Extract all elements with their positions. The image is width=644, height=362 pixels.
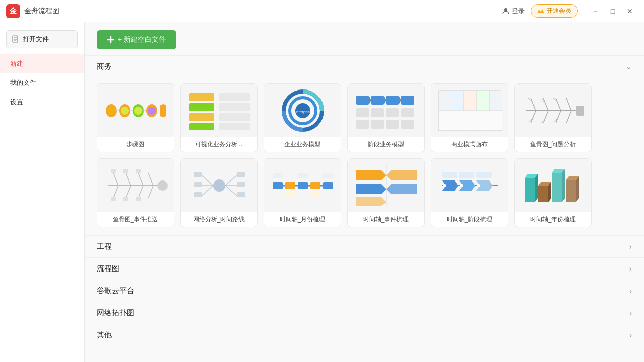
category-other-arrow: › [629,331,632,340]
template-yugu1[interactable]: 鱼骨图_问题分析 [514,83,592,152]
template-shijian2[interactable]: 时间轴_事件梳理 [347,158,425,227]
category-flowchart-header[interactable]: 流程图 › [85,257,644,280]
svg-rect-102 [285,182,295,189]
category-network-topo-header[interactable]: 网络拓扑图 › [85,302,644,324]
template-thumb-keshihua [181,84,258,137]
template-thumb-shijian1 [264,159,341,212]
svg-rect-18 [219,93,250,101]
svg-point-72 [157,180,168,191]
svg-point-0 [504,8,507,11]
category-other-header[interactable]: 其他 › [85,324,644,346]
svg-rect-21 [219,123,250,130]
open-file-button[interactable]: 打开文件 [6,30,78,48]
svg-rect-132 [538,186,548,202]
svg-rect-129 [525,178,535,202]
category-business: 商务 ⌄ [85,55,644,235]
svg-line-64 [566,111,571,123]
template-thumb-yugu2 [97,159,174,212]
close-button[interactable]: ✕ [622,4,638,18]
svg-rect-39 [386,120,399,129]
category-engineering-header[interactable]: 工程 › [85,235,644,257]
file-icon [12,35,20,43]
svg-rect-107 [298,173,308,178]
template-name-keshihua: 可视化业务分析... [181,137,257,152]
category-google-cloud-header[interactable]: 谷歌云平台 › [85,280,644,302]
user-icon [502,7,510,15]
svg-rect-138 [566,180,576,202]
category-business-header[interactable]: 商务 ⌄ [85,55,644,77]
svg-rect-126 [476,172,492,178]
svg-rect-83 [136,169,141,173]
svg-rect-81 [111,169,116,173]
template-jieduan[interactable]: 阶段业务模型 [347,83,425,152]
restore-button[interactable]: □ [605,4,621,18]
category-google-cloud-title: 谷歌云平台 [97,286,134,296]
template-thumb-wangluo [181,159,258,212]
category-flowchart-title: 流程图 [97,264,119,274]
template-shangye[interactable]: 商业模式画布 [431,83,508,152]
template-wangluo[interactable]: 网络分析_时间路线 [180,158,258,227]
category-engineering-arrow: › [629,242,632,251]
svg-marker-27 [369,96,371,105]
svg-rect-32 [401,96,414,105]
category-engineering: 工程 › [85,235,644,257]
template-thumb-shijian3 [431,159,508,212]
svg-line-57 [531,98,536,111]
template-shijian4[interactable]: 时间轴_年份梳理 [514,158,592,227]
category-google-cloud-arrow: › [629,287,632,296]
template-name-wangluo: 网络分析_时间路线 [181,212,257,227]
svg-line-58 [543,98,548,111]
template-shijian3[interactable]: 时间轴_阶段梳理 [431,158,508,227]
category-flowchart: 流程图 › [85,257,644,280]
category-other-title: 其他 [97,330,112,340]
svg-rect-14 [189,93,214,101]
member-button[interactable]: 开通会员 [531,4,578,18]
svg-point-87 [213,179,225,192]
template-name-yugu1: 鱼骨图_问题分析 [515,137,591,152]
sidebar-item-my-files[interactable]: 我的文件 [0,73,84,93]
category-business-title: 商务 [97,62,112,71]
sidebar: 打开文件 新建 我的文件 设置 [0,22,85,362]
sidebar-top: 打开文件 [0,26,84,54]
category-other: 其他 › [85,324,644,346]
template-keshihua[interactable]: 可视化业务分析... [180,83,258,152]
content-header: + 新建空白文件 [85,22,644,55]
template-shijian1[interactable]: 时间轴_月份梳理 [264,158,341,227]
sidebar-item-settings[interactable]: 设置 [0,93,84,112]
template-thumb-shijian4 [515,159,592,212]
template-yugu2[interactable]: 鱼骨图_事件推送 [97,158,174,227]
template-qiye[interactable]: Enterprise 企业业务模型 [264,83,341,152]
new-file-button[interactable]: + 新建空白文件 [97,30,176,49]
svg-line-63 [556,111,561,123]
app-title: 金舟流程图 [24,7,59,16]
svg-rect-98 [237,182,245,187]
svg-rect-135 [552,173,562,202]
svg-line-59 [556,98,561,111]
svg-point-9 [134,107,142,115]
svg-point-123 [477,184,480,187]
category-google-cloud: 谷歌云平台 › [85,280,644,302]
svg-line-78 [126,186,131,198]
template-name-shijian3: 时间轴_阶段梳理 [431,212,508,227]
sidebar-item-new[interactable]: 新建 [0,54,84,73]
window-controls: － □ ✕ [588,4,638,18]
login-button[interactable]: 登录 [502,7,525,16]
svg-rect-108 [323,173,333,178]
svg-line-80 [148,186,153,198]
template-bubu[interactable]: 步骤图 [97,83,174,152]
titlebar-left: 金 金舟流程图 [6,4,59,18]
svg-rect-17 [189,123,214,130]
svg-rect-110 [310,192,320,197]
svg-rect-53 [490,91,502,110]
svg-marker-140 [576,176,579,202]
minimize-button[interactable]: － [588,4,604,18]
sidebar-nav: 新建 我的文件 设置 [0,54,84,112]
svg-rect-52 [477,101,489,110]
template-name-bubu: 步骤图 [97,137,174,152]
category-business-arrow: ⌄ [625,62,632,71]
svg-rect-103 [298,182,308,189]
svg-rect-19 [219,103,250,111]
svg-line-62 [543,111,548,123]
crown-icon [537,8,544,15]
svg-rect-15 [189,103,214,111]
